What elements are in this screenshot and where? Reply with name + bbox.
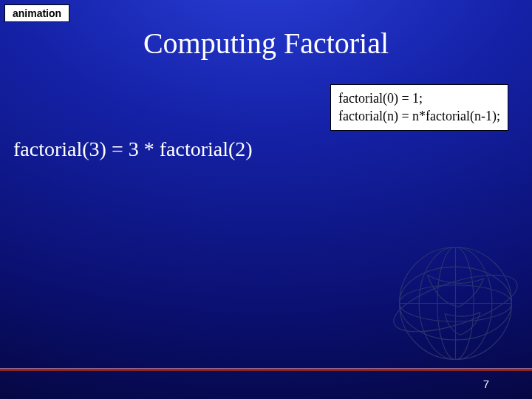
slide: animation Computing Factorial factorial(… [0, 0, 532, 399]
svg-point-2 [400, 267, 512, 340]
svg-point-3 [437, 248, 474, 360]
svg-point-0 [400, 248, 512, 360]
rule-line-2: factorial(n) = n*factorial(n-1); [338, 107, 500, 125]
svg-point-4 [419, 248, 492, 360]
factorial-rules-box: factorial(0) = 1; factorial(n) = n*facto… [330, 84, 508, 131]
svg-point-7 [388, 263, 519, 343]
accent-bar [0, 368, 532, 371]
svg-point-1 [400, 285, 512, 321]
slide-number: 7 [483, 378, 489, 390]
rule-line-1: factorial(0) = 1; [338, 89, 500, 107]
globe-icon [378, 226, 519, 366]
animation-tag: animation [4, 4, 69, 22]
slide-title: Computing Factorial [0, 26, 532, 61]
current-step-text: factorial(3) = 3 * factorial(2) [13, 137, 253, 161]
